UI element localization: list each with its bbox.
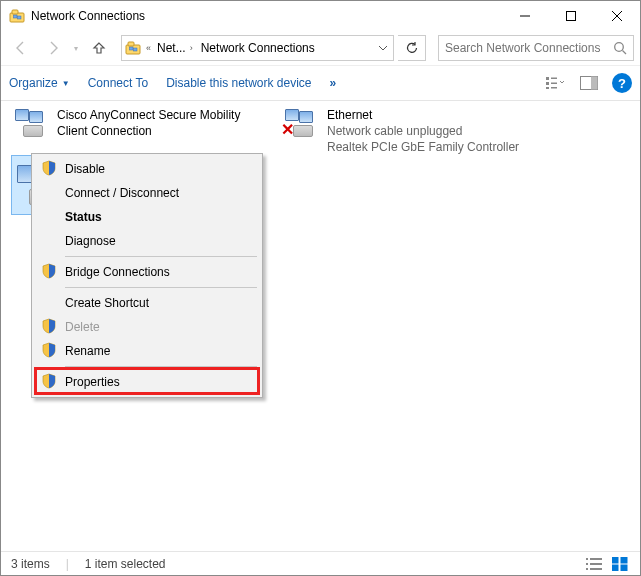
menu-separator: [65, 256, 257, 257]
svg-rect-18: [590, 563, 602, 565]
shield-icon: [41, 342, 59, 360]
menu-item-disable[interactable]: Disable: [35, 157, 259, 181]
svg-rect-17: [590, 558, 602, 560]
svg-rect-16: [586, 568, 588, 570]
address-dropdown[interactable]: [373, 36, 393, 60]
shield-icon: [41, 373, 59, 391]
svg-rect-23: [621, 565, 627, 571]
search-icon[interactable]: [613, 41, 629, 55]
svg-rect-11: [551, 87, 557, 89]
breadcrumb-2[interactable]: Network Connections: [197, 36, 319, 60]
connection-name: Cisco AnyConnect Secure Mobility Client …: [57, 107, 261, 139]
item-count: 3 items: [11, 557, 50, 571]
view-options-button[interactable]: [544, 72, 566, 94]
svg-rect-10: [551, 83, 557, 85]
navigation-bar: ▾ « Net...› Network Connections: [1, 31, 640, 65]
svg-rect-6: [546, 77, 549, 80]
svg-rect-7: [546, 82, 549, 85]
organize-menu[interactable]: Organize▼: [9, 76, 70, 90]
svg-rect-22: [612, 565, 618, 571]
disable-device-button[interactable]: Disable this network device: [166, 76, 311, 90]
forward-button[interactable]: [39, 34, 67, 62]
menu-item-rename[interactable]: Rename: [35, 339, 259, 363]
menu-separator: [65, 366, 257, 367]
context-menu: Disable Connect / Disconnect Status Diag…: [31, 153, 263, 398]
menu-separator: [65, 287, 257, 288]
preview-pane-button[interactable]: [578, 72, 600, 94]
connection-item[interactable]: Cisco AnyConnect Secure Mobility Client …: [11, 107, 261, 145]
svg-rect-19: [590, 568, 602, 570]
close-button[interactable]: [594, 1, 640, 31]
connection-device: Realtek PCIe GbE Family Controller: [327, 139, 519, 155]
svg-rect-14: [586, 558, 588, 560]
breadcrumb-1[interactable]: Net...›: [153, 36, 197, 60]
window-icon: [9, 8, 25, 24]
minimize-button[interactable]: [502, 1, 548, 31]
menu-item-diagnose[interactable]: Diagnose: [35, 229, 259, 253]
menu-item-bridge[interactable]: Bridge Connections: [35, 260, 259, 284]
command-bar: Organize▼ Connect To Disable this networ…: [1, 65, 640, 101]
refresh-button[interactable]: [398, 35, 426, 61]
search-input[interactable]: [443, 40, 613, 56]
selection-count: 1 item selected: [85, 557, 166, 571]
connect-to-button[interactable]: Connect To: [88, 76, 149, 90]
help-button[interactable]: ?: [612, 73, 632, 93]
shield-icon: [41, 318, 59, 336]
content-area: Cisco AnyConnect Secure Mobility Client …: [1, 101, 640, 551]
view-details-button[interactable]: [584, 556, 604, 572]
menu-item-delete: Delete: [35, 315, 259, 339]
shield-icon: [41, 263, 59, 281]
status-bar: 3 items | 1 item selected: [1, 551, 640, 575]
maximize-button[interactable]: [548, 1, 594, 31]
svg-rect-15: [586, 563, 588, 565]
connection-status: Network cable unplugged: [327, 123, 519, 139]
up-button[interactable]: [87, 36, 111, 60]
svg-point-5: [615, 43, 624, 52]
title-bar: Network Connections: [1, 1, 640, 31]
svg-rect-13: [591, 77, 598, 90]
menu-item-connect-disconnect[interactable]: Connect / Disconnect: [35, 181, 259, 205]
menu-item-status[interactable]: Status: [35, 205, 259, 229]
svg-rect-4: [567, 12, 576, 21]
back-button[interactable]: [7, 34, 35, 62]
menu-item-create-shortcut[interactable]: Create Shortcut: [35, 291, 259, 315]
network-adapter-icon: ✕: [283, 107, 321, 141]
network-adapter-icon: [13, 107, 51, 141]
shield-icon: [41, 160, 59, 178]
svg-rect-21: [621, 557, 627, 563]
svg-rect-8: [546, 87, 549, 89]
search-box[interactable]: [438, 35, 634, 61]
view-tiles-button[interactable]: [610, 556, 630, 572]
svg-rect-20: [612, 557, 618, 563]
crumb-prev-chevron[interactable]: «: [144, 43, 153, 53]
menu-item-properties[interactable]: Properties: [35, 370, 259, 394]
history-dropdown[interactable]: ▾: [71, 44, 81, 53]
connection-item[interactable]: ✕ Ethernet Network cable unplugged Realt…: [281, 107, 531, 156]
connection-name: Ethernet: [327, 107, 519, 123]
overflow-button[interactable]: »: [330, 76, 338, 90]
svg-rect-9: [551, 78, 557, 80]
error-icon: ✕: [281, 123, 295, 137]
window-title: Network Connections: [31, 9, 145, 23]
location-icon: [122, 40, 144, 56]
address-bar[interactable]: « Net...› Network Connections: [121, 35, 394, 61]
